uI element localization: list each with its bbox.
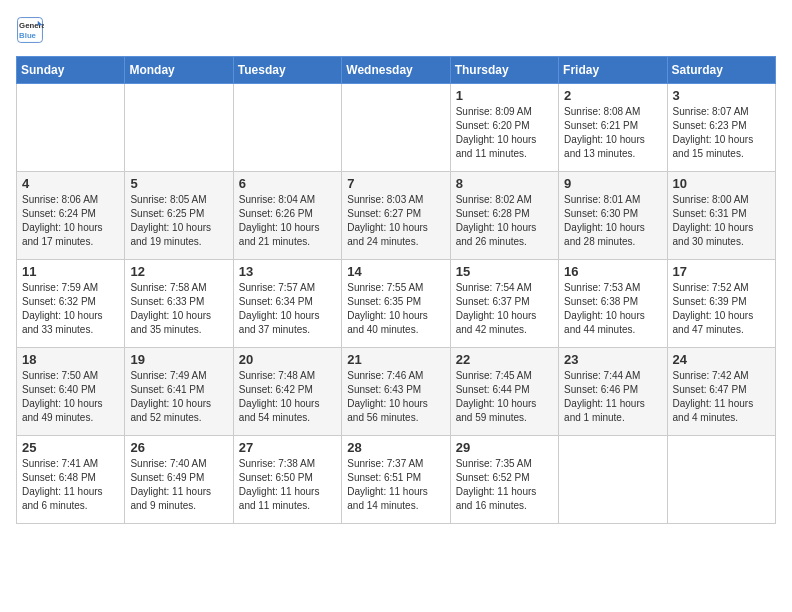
day-number: 28 [347, 440, 444, 455]
page-header: General Blue [16, 16, 776, 44]
day-number: 12 [130, 264, 227, 279]
day-cell: 12Sunrise: 7:58 AM Sunset: 6:33 PM Dayli… [125, 260, 233, 348]
day-info: Sunrise: 8:09 AM Sunset: 6:20 PM Dayligh… [456, 105, 553, 161]
day-number: 26 [130, 440, 227, 455]
day-info: Sunrise: 7:37 AM Sunset: 6:51 PM Dayligh… [347, 457, 444, 513]
day-number: 22 [456, 352, 553, 367]
day-number: 24 [673, 352, 770, 367]
day-cell: 10Sunrise: 8:00 AM Sunset: 6:31 PM Dayli… [667, 172, 775, 260]
day-cell: 5Sunrise: 8:05 AM Sunset: 6:25 PM Daylig… [125, 172, 233, 260]
day-cell: 28Sunrise: 7:37 AM Sunset: 6:51 PM Dayli… [342, 436, 450, 524]
day-cell: 29Sunrise: 7:35 AM Sunset: 6:52 PM Dayli… [450, 436, 558, 524]
day-info: Sunrise: 7:44 AM Sunset: 6:46 PM Dayligh… [564, 369, 661, 425]
logo: General Blue [16, 16, 48, 44]
day-info: Sunrise: 8:02 AM Sunset: 6:28 PM Dayligh… [456, 193, 553, 249]
day-cell: 13Sunrise: 7:57 AM Sunset: 6:34 PM Dayli… [233, 260, 341, 348]
day-cell: 15Sunrise: 7:54 AM Sunset: 6:37 PM Dayli… [450, 260, 558, 348]
week-row-3: 11Sunrise: 7:59 AM Sunset: 6:32 PM Dayli… [17, 260, 776, 348]
day-number: 13 [239, 264, 336, 279]
svg-text:Blue: Blue [19, 31, 37, 40]
day-cell: 20Sunrise: 7:48 AM Sunset: 6:42 PM Dayli… [233, 348, 341, 436]
day-info: Sunrise: 7:45 AM Sunset: 6:44 PM Dayligh… [456, 369, 553, 425]
day-number: 10 [673, 176, 770, 191]
day-cell: 2Sunrise: 8:08 AM Sunset: 6:21 PM Daylig… [559, 84, 667, 172]
day-number: 20 [239, 352, 336, 367]
day-info: Sunrise: 7:50 AM Sunset: 6:40 PM Dayligh… [22, 369, 119, 425]
day-number: 16 [564, 264, 661, 279]
day-cell: 18Sunrise: 7:50 AM Sunset: 6:40 PM Dayli… [17, 348, 125, 436]
day-info: Sunrise: 7:57 AM Sunset: 6:34 PM Dayligh… [239, 281, 336, 337]
day-info: Sunrise: 8:05 AM Sunset: 6:25 PM Dayligh… [130, 193, 227, 249]
day-info: Sunrise: 7:48 AM Sunset: 6:42 PM Dayligh… [239, 369, 336, 425]
week-row-2: 4Sunrise: 8:06 AM Sunset: 6:24 PM Daylig… [17, 172, 776, 260]
day-cell: 17Sunrise: 7:52 AM Sunset: 6:39 PM Dayli… [667, 260, 775, 348]
week-row-4: 18Sunrise: 7:50 AM Sunset: 6:40 PM Dayli… [17, 348, 776, 436]
svg-text:General: General [19, 21, 44, 30]
day-cell: 8Sunrise: 8:02 AM Sunset: 6:28 PM Daylig… [450, 172, 558, 260]
week-row-5: 25Sunrise: 7:41 AM Sunset: 6:48 PM Dayli… [17, 436, 776, 524]
col-header-saturday: Saturday [667, 57, 775, 84]
day-number: 9 [564, 176, 661, 191]
day-number: 23 [564, 352, 661, 367]
day-number: 5 [130, 176, 227, 191]
day-number: 7 [347, 176, 444, 191]
day-number: 21 [347, 352, 444, 367]
week-row-1: 1Sunrise: 8:09 AM Sunset: 6:20 PM Daylig… [17, 84, 776, 172]
day-cell [559, 436, 667, 524]
day-cell [342, 84, 450, 172]
calendar-table: SundayMondayTuesdayWednesdayThursdayFrid… [16, 56, 776, 524]
day-info: Sunrise: 8:00 AM Sunset: 6:31 PM Dayligh… [673, 193, 770, 249]
day-cell: 22Sunrise: 7:45 AM Sunset: 6:44 PM Dayli… [450, 348, 558, 436]
day-info: Sunrise: 7:58 AM Sunset: 6:33 PM Dayligh… [130, 281, 227, 337]
col-header-sunday: Sunday [17, 57, 125, 84]
day-info: Sunrise: 7:54 AM Sunset: 6:37 PM Dayligh… [456, 281, 553, 337]
day-info: Sunrise: 7:49 AM Sunset: 6:41 PM Dayligh… [130, 369, 227, 425]
day-info: Sunrise: 7:38 AM Sunset: 6:50 PM Dayligh… [239, 457, 336, 513]
day-number: 27 [239, 440, 336, 455]
col-header-thursday: Thursday [450, 57, 558, 84]
day-info: Sunrise: 8:03 AM Sunset: 6:27 PM Dayligh… [347, 193, 444, 249]
header-row: SundayMondayTuesdayWednesdayThursdayFrid… [17, 57, 776, 84]
day-cell [125, 84, 233, 172]
day-cell: 6Sunrise: 8:04 AM Sunset: 6:26 PM Daylig… [233, 172, 341, 260]
day-number: 15 [456, 264, 553, 279]
day-info: Sunrise: 7:40 AM Sunset: 6:49 PM Dayligh… [130, 457, 227, 513]
day-number: 2 [564, 88, 661, 103]
day-info: Sunrise: 7:52 AM Sunset: 6:39 PM Dayligh… [673, 281, 770, 337]
day-info: Sunrise: 7:46 AM Sunset: 6:43 PM Dayligh… [347, 369, 444, 425]
day-info: Sunrise: 8:06 AM Sunset: 6:24 PM Dayligh… [22, 193, 119, 249]
day-cell: 21Sunrise: 7:46 AM Sunset: 6:43 PM Dayli… [342, 348, 450, 436]
col-header-tuesday: Tuesday [233, 57, 341, 84]
day-cell: 26Sunrise: 7:40 AM Sunset: 6:49 PM Dayli… [125, 436, 233, 524]
day-cell [667, 436, 775, 524]
day-info: Sunrise: 8:08 AM Sunset: 6:21 PM Dayligh… [564, 105, 661, 161]
day-number: 6 [239, 176, 336, 191]
day-number: 14 [347, 264, 444, 279]
day-number: 19 [130, 352, 227, 367]
day-cell: 25Sunrise: 7:41 AM Sunset: 6:48 PM Dayli… [17, 436, 125, 524]
day-cell: 9Sunrise: 8:01 AM Sunset: 6:30 PM Daylig… [559, 172, 667, 260]
col-header-friday: Friday [559, 57, 667, 84]
day-cell: 24Sunrise: 7:42 AM Sunset: 6:47 PM Dayli… [667, 348, 775, 436]
day-cell: 4Sunrise: 8:06 AM Sunset: 6:24 PM Daylig… [17, 172, 125, 260]
day-info: Sunrise: 7:59 AM Sunset: 6:32 PM Dayligh… [22, 281, 119, 337]
day-number: 1 [456, 88, 553, 103]
day-number: 3 [673, 88, 770, 103]
day-cell [233, 84, 341, 172]
day-number: 25 [22, 440, 119, 455]
logo-icon: General Blue [16, 16, 44, 44]
day-cell: 1Sunrise: 8:09 AM Sunset: 6:20 PM Daylig… [450, 84, 558, 172]
day-number: 17 [673, 264, 770, 279]
day-cell: 23Sunrise: 7:44 AM Sunset: 6:46 PM Dayli… [559, 348, 667, 436]
day-cell: 11Sunrise: 7:59 AM Sunset: 6:32 PM Dayli… [17, 260, 125, 348]
day-number: 29 [456, 440, 553, 455]
day-info: Sunrise: 7:35 AM Sunset: 6:52 PM Dayligh… [456, 457, 553, 513]
day-info: Sunrise: 7:41 AM Sunset: 6:48 PM Dayligh… [22, 457, 119, 513]
day-info: Sunrise: 7:42 AM Sunset: 6:47 PM Dayligh… [673, 369, 770, 425]
day-cell [17, 84, 125, 172]
day-info: Sunrise: 8:07 AM Sunset: 6:23 PM Dayligh… [673, 105, 770, 161]
day-cell: 7Sunrise: 8:03 AM Sunset: 6:27 PM Daylig… [342, 172, 450, 260]
day-info: Sunrise: 7:55 AM Sunset: 6:35 PM Dayligh… [347, 281, 444, 337]
day-cell: 27Sunrise: 7:38 AM Sunset: 6:50 PM Dayli… [233, 436, 341, 524]
day-cell: 16Sunrise: 7:53 AM Sunset: 6:38 PM Dayli… [559, 260, 667, 348]
